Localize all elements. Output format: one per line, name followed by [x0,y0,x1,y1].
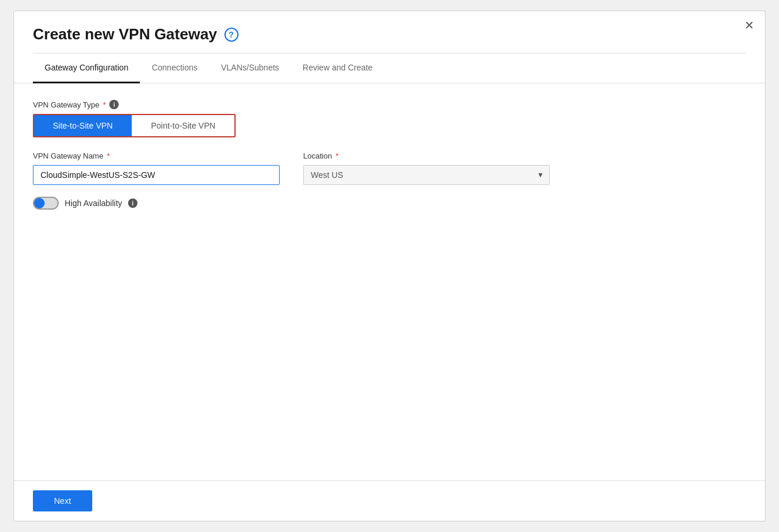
high-availability-row: High Availability i [33,197,746,210]
location-label: Location * [303,151,550,160]
help-icon[interactable]: ? [224,28,239,42]
tab-gateway-configuration[interactable]: Gateway Configuration [33,53,140,83]
high-availability-toggle[interactable] [33,197,59,210]
location-select[interactable]: West US East US Central US [303,165,550,185]
high-availability-label: High Availability [65,198,122,208]
gateway-name-input[interactable] [33,165,280,185]
vpn-type-toggle-group: Site-to-Site VPN Point-to-Site VPN [33,114,236,137]
site-to-site-button[interactable]: Site-to-Site VPN [34,115,132,136]
high-availability-info-icon[interactable]: i [128,198,137,208]
create-vpn-gateway-dialog: ✕ Create new VPN Gateway ? Gateway Confi… [14,11,765,521]
tab-review-and-create[interactable]: Review and Create [291,53,384,83]
gateway-name-label: VPN Gateway Name * [33,151,280,160]
tab-bar: Gateway Configuration Connections VLANs/… [14,53,765,83]
tab-connections[interactable]: Connections [140,53,209,83]
dialog-footer: Next [14,480,765,521]
next-button[interactable]: Next [33,490,92,511]
close-button[interactable]: ✕ [744,19,754,31]
gateway-name-field: VPN Gateway Name * [33,151,280,185]
location-select-wrapper: West US East US Central US ▼ [303,165,550,185]
point-to-site-button[interactable]: Point-to-Site VPN [132,115,234,136]
dialog-header: Create new VPN Gateway ? [14,11,765,53]
tab-vlans-subnets[interactable]: VLANs/Subnets [209,53,291,83]
location-field: Location * West US East US Central US ▼ [303,151,550,185]
title-row: Create new VPN Gateway ? [33,25,746,43]
dialog-title: Create new VPN Gateway [33,25,217,43]
vpn-type-info-icon[interactable]: i [109,100,119,109]
name-location-row: VPN Gateway Name * Location * West US Ea… [33,151,746,185]
dialog-body: VPN Gateway Type * i Site-to-Site VPN Po… [14,83,765,480]
toggle-knob [34,198,45,208]
vpn-type-label: VPN Gateway Type * i [33,100,746,109]
